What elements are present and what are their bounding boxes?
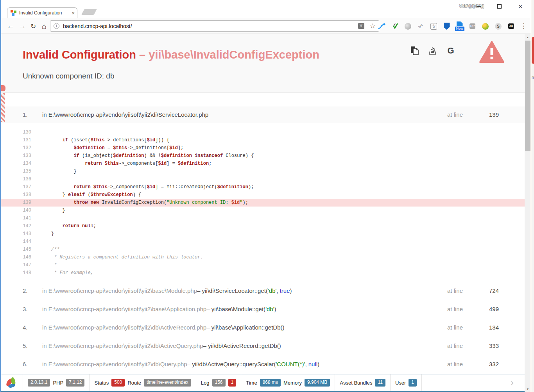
chrome-menu-icon[interactable]: ⋮ (520, 22, 527, 30)
blue-shield-extension-icon[interactable] (443, 20, 451, 32)
new-tab-button[interactable] (81, 9, 97, 15)
frame-method-token: ) (290, 287, 292, 294)
s-circle-extension-icon[interactable]: S (494, 20, 502, 32)
error-name: Invalid Configuration (23, 48, 136, 61)
stackoverflow-icon[interactable] (428, 46, 438, 56)
stack-frame-row[interactable]: 6.in E:\wwwroot\cmcp-api\vendor\yiisoft\… (0, 355, 525, 373)
alipay-shield-extension-icon[interactable]: 支 (430, 20, 438, 32)
home-button[interactable]: ⌂ (39, 21, 49, 31)
minimize-button[interactable] (473, 2, 485, 11)
line-number-value: 134 (489, 324, 499, 331)
log-block[interactable]: Log1561 (196, 374, 241, 391)
yii-version-block[interactable]: 2.0.13.1PHP7.1.12 (23, 374, 90, 391)
error-tools: G (410, 46, 456, 56)
frame-method-token: 'db' (265, 306, 274, 312)
code-text: return null; (40, 223, 96, 229)
back-button[interactable]: ← (5, 21, 16, 31)
toolbar-badge: 9.904 MB (305, 379, 330, 387)
copy-icon[interactable] (410, 46, 420, 56)
code-line: 141 (0, 214, 525, 222)
forward-button[interactable]: → (17, 21, 27, 31)
stack-frame-row[interactable]: 4.in E:\wwwroot\cmcp-api\vendor\yiisoft\… (0, 318, 525, 337)
frame-at-line: at line499 (447, 306, 499, 312)
at-line-label: at line (447, 324, 463, 331)
background-window-right-edge: m (531, 0, 534, 392)
code-line: 145 /** (0, 246, 525, 253)
time-memory-block[interactable]: Time868 msMemory9.904 MB (241, 374, 335, 391)
title-separator: – (136, 48, 149, 61)
toolbar-label: Log (201, 380, 210, 386)
tab-close-icon[interactable]: × (72, 10, 75, 16)
shield-shape (444, 23, 450, 30)
code-line: 144 (0, 238, 525, 246)
code-line-number: 142 (0, 223, 31, 229)
green-check-extension-icon[interactable] (391, 20, 399, 32)
code-line: 136 (0, 175, 525, 183)
jetbrains-extension-icon[interactable]: JB (507, 20, 515, 32)
stack-frame-row[interactable]: 5.in E:\wwwroot\cmcp-api\vendor\yiisoft\… (0, 337, 525, 355)
frame-file: in E:\wwwroot\cmcp-api\vendor\yiisoft\yi… (42, 287, 197, 294)
toolbar-expand-chevron[interactable]: › (511, 377, 525, 388)
toolbar-label: PHP (53, 380, 63, 386)
scrollbar-down-icon[interactable]: ▼ (525, 386, 531, 392)
status-route-block[interactable]: Status500Routetimeline-event/index (90, 374, 196, 391)
frame-at-line: at line139 (447, 111, 499, 118)
google-icon[interactable]: G (446, 46, 456, 56)
code-line: 146 * Registers a component definition w… (0, 253, 525, 261)
page-scrollbar[interactable]: ▲ ▼ (525, 34, 531, 392)
user-block[interactable]: User1 (391, 374, 422, 391)
translate-icon[interactable]: 文 (358, 23, 364, 29)
toolbar-label: Memory (283, 380, 302, 386)
url-bar[interactable]: i backend.cmcp-api.localhost/ 文 ☆ (50, 20, 379, 32)
warning-triangle-icon (479, 41, 504, 65)
bookmark-star-icon[interactable]: ☆ (370, 23, 376, 29)
code-line: 130 (0, 128, 525, 136)
code-line: 139 throw new InvalidConfigException("Un… (0, 199, 525, 207)
rp-extension-icon[interactable]: RP (468, 20, 477, 32)
code-block: 130131 if (isset($this->_definitions[$id… (0, 123, 525, 282)
new-window-extension-icon[interactable]: New (455, 20, 464, 32)
color-ball-extension-icon[interactable] (481, 20, 489, 32)
url-text[interactable]: backend.cmcp-api.localhost/ (63, 23, 358, 29)
code-text: } (40, 169, 77, 174)
toolbar-badge: timeline-event/index (144, 379, 191, 387)
yii-debug-toolbar: 2.0.13.1PHP7.1.12Status500Routetimeline-… (0, 374, 525, 392)
toolbar-label: Status (94, 380, 109, 386)
background-window-left-edge (0, 0, 1, 392)
frame-index: 1. (23, 111, 42, 118)
page-info-icon[interactable]: i (54, 23, 59, 29)
frame-method-token: – yii\di\ServiceLocator::get( (197, 287, 268, 294)
frame-method-token: ) (317, 361, 319, 367)
chip-letters: JB (508, 23, 514, 29)
stock-trend-extension-icon[interactable] (378, 20, 386, 32)
scrollbar-up-icon[interactable]: ▲ (525, 34, 531, 40)
frame-at-line: at line333 (447, 342, 499, 349)
stack-frame-row[interactable]: 2.in E:\wwwroot\cmcp-api\vendor\yiisoft\… (0, 282, 525, 300)
at-line-label: at line (447, 361, 463, 367)
code-line-number: 139 (0, 200, 31, 205)
reload-button[interactable]: ↻ (28, 21, 38, 31)
pen-tool-extension-icon[interactable]: ✂ (417, 20, 425, 32)
frame-index: 5. (23, 342, 42, 349)
gray-sphere-extension-icon[interactable] (404, 20, 412, 32)
code-line-number: 130 (0, 130, 31, 135)
code-line: 135 } (0, 167, 525, 175)
maximize-icon (497, 4, 502, 9)
browser-tab[interactable]: Invalid Configuration – × (7, 7, 77, 18)
asset-bundles-block[interactable]: Asset Bundles11 (335, 374, 391, 391)
window-titlebar: wangqiang × Invalid Configuration – × (0, 0, 531, 18)
stack-frame-row[interactable]: 1.in E:\wwwroot\cmcp-api\vendor\yiisoft\… (0, 106, 525, 123)
toolbar-label: Time (246, 380, 257, 386)
frame-method-token: , (276, 287, 280, 294)
frame-method-token: 'COUNT(*)' (276, 361, 305, 367)
yii-logo[interactable] (0, 374, 23, 391)
exception-class: yii\base\InvalidConfigException (149, 48, 319, 61)
line-number-value: 332 (489, 361, 499, 367)
maximize-button[interactable] (494, 2, 505, 11)
code-line-number: 148 (0, 270, 31, 276)
scrollbar-thumb[interactable] (525, 41, 530, 151)
line-number-value: 139 (489, 111, 499, 118)
stack-frame-row[interactable]: 3.in E:\wwwroot\cmcp-api\vendor\yiisoft\… (0, 300, 525, 318)
code-line-number: 138 (0, 192, 31, 198)
close-button[interactable]: × (514, 2, 526, 11)
